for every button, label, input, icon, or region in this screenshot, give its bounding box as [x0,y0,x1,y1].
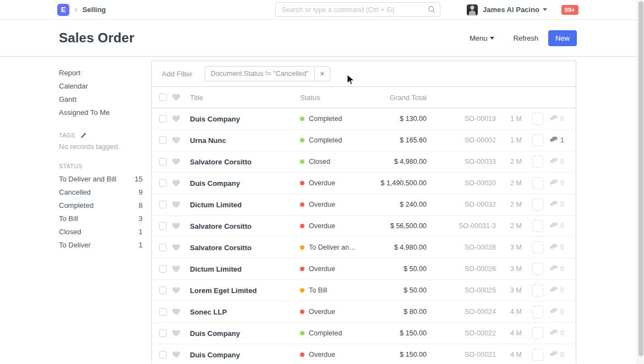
sidebar-item-calendar[interactable]: Calendar [59,80,143,93]
row-id-link[interactable]: SO-00032 [427,201,496,208]
notifications-badge[interactable]: 99+ [561,5,578,15]
status-filter-completed[interactable]: Completed8 [59,199,143,212]
breadcrumb-selling[interactable]: Selling [83,5,106,14]
heart-icon[interactable] [172,136,181,144]
row-id-link[interactable]: SO-00028 [427,244,496,251]
row-title[interactable]: Duis Company [190,115,300,123]
row-title[interactable]: Salvatore Corsitto [190,222,300,230]
row-id-link[interactable]: SO-00002 [427,136,496,144]
status-label: Completed [309,136,342,144]
heart-icon[interactable] [172,351,181,359]
status-heading: STATUS [59,163,143,169]
row-checkbox[interactable] [159,179,167,187]
sidebar-item-assigned-to-me[interactable]: Assigned To Me [59,106,143,119]
table-row[interactable]: Salvatore Corsitto To Deliver an… $ 4,98… [152,237,576,258]
row-id-link[interactable]: SO-00020 [427,179,496,187]
liked-filter-heart-icon[interactable] [172,93,181,101]
table-row[interactable]: Dictum Limited Overdue $ 50.00 SO-00026 … [152,258,576,280]
row-checkbox[interactable] [159,286,167,294]
select-all-checkbox[interactable] [159,93,167,101]
table-row[interactable]: Salvatore Corsitto Closed $ 4,980.00 SO-… [152,151,576,173]
row-title[interactable]: Salvatore Corsitto [190,158,300,166]
row-title[interactable]: Salvatore Corsitto [190,244,300,252]
table-row[interactable]: Sonec LLP Overdue $ 80.00 SO-00024 4 M 0 [152,301,576,323]
row-title[interactable]: Sonec LLP [190,308,300,316]
assign-placeholder[interactable] [532,134,543,146]
edit-tags-icon[interactable] [80,133,86,139]
status-filter-to-bill[interactable]: To Bill3 [59,212,143,225]
heart-icon[interactable] [172,244,181,251]
table-row[interactable]: Dictum Limited Overdue $ 240.00 SO-00032… [152,194,576,216]
row-checkbox[interactable] [159,136,167,144]
table-row[interactable]: Duis Company Overdue $ 1,490,500.00 SO-0… [152,173,576,194]
table-row[interactable]: Duis Company Completed $ 150.00 SO-00022… [152,323,576,344]
heart-icon[interactable] [172,286,181,294]
new-button[interactable]: New [548,30,577,46]
row-id-link[interactable]: SO-00025 [427,286,496,294]
table-row[interactable]: Urna Nunc Completed $ 165.60 SO-00002 1 … [152,130,576,151]
table-row[interactable]: Duis Company Completed $ 130.00 SO-00019… [152,108,576,130]
row-title[interactable]: Duis Company [190,179,300,187]
row-title[interactable]: Duis Company [190,351,300,359]
heart-icon[interactable] [172,179,181,187]
scrollbar-thumb[interactable] [638,1,643,356]
assign-placeholder[interactable] [532,220,543,232]
filter-chip-label[interactable]: Document Status != "Cancelled" [205,67,314,81]
row-checkbox[interactable] [159,351,167,359]
assign-placeholder[interactable] [532,156,543,168]
app-logo[interactable]: E [57,4,69,16]
status-filter-cancelled[interactable]: Cancelled9 [59,186,143,199]
assign-placeholder[interactable] [532,198,543,211]
search-input[interactable] [275,2,440,17]
status-filter-to-deliver-and-bill[interactable]: To Deliver and Bill15 [59,173,143,186]
row-checkbox[interactable] [159,329,167,337]
assign-placeholder[interactable] [532,113,543,125]
status-filter-closed[interactable]: Closed1 [59,225,143,239]
assign-placeholder[interactable] [532,263,543,275]
row-title[interactable]: Duis Company [190,329,300,338]
row-title[interactable]: Dictum Limited [190,265,300,273]
sidebar-item-gantt[interactable]: Gantt [59,93,143,106]
sidebar-item-report[interactable]: Report [59,67,143,80]
user-avatar[interactable] [467,4,478,15]
row-id-link[interactable]: SO-00033 [427,158,496,166]
assign-placeholder[interactable] [532,241,543,253]
assign-placeholder[interactable] [532,349,543,361]
heart-icon[interactable] [172,222,181,230]
heart-icon[interactable] [172,201,181,208]
row-checkbox[interactable] [159,222,167,230]
heart-icon[interactable] [172,265,181,273]
row-id-link[interactable]: SO-00024 [427,308,496,316]
heart-icon[interactable] [172,115,181,123]
row-id-link[interactable]: SO-00022 [427,329,496,337]
table-row[interactable]: Salvatore Corsitto Overdue $ 56,500.00 S… [152,216,576,237]
row-checkbox[interactable] [159,158,167,166]
row-checkbox[interactable] [159,115,167,123]
row-checkbox[interactable] [159,308,167,316]
assign-placeholder[interactable] [532,284,543,296]
add-filter-button[interactable]: Add Filter [162,70,193,78]
assign-placeholder[interactable] [532,177,543,189]
assign-placeholder[interactable] [532,306,543,318]
row-checkbox[interactable] [159,244,167,251]
heart-icon[interactable] [172,329,181,337]
assign-placeholder[interactable] [532,327,543,339]
row-title[interactable]: Lorem Eget Limited [190,286,300,295]
heart-icon[interactable] [172,308,181,316]
remove-filter-icon[interactable]: ✕ [314,67,330,81]
status-filter-to-deliver[interactable]: To Deliver1 [59,239,143,252]
row-title[interactable]: Urna Nunc [190,136,300,145]
row-id-link[interactable]: SO-00019 [427,115,496,123]
row-title[interactable]: Dictum Limited [190,201,300,209]
refresh-button[interactable]: Refresh [513,34,538,42]
table-row[interactable]: Duis Company Overdue $ 150.00 SO-00021 4… [152,344,576,363]
heart-icon[interactable] [172,158,181,166]
user-menu[interactable]: James Al Pacino [483,5,539,14]
row-checkbox[interactable] [159,265,167,273]
table-row[interactable]: Lorem Eget Limited To Bill $ 50.00 SO-00… [152,280,576,301]
row-id-link[interactable]: SO-00026 [427,265,496,273]
row-id-link[interactable]: SO-00021 [427,351,496,359]
row-checkbox[interactable] [159,201,167,208]
menu-button[interactable]: Menu [470,34,495,42]
row-id-link[interactable]: SO-00031-3 [427,222,496,230]
